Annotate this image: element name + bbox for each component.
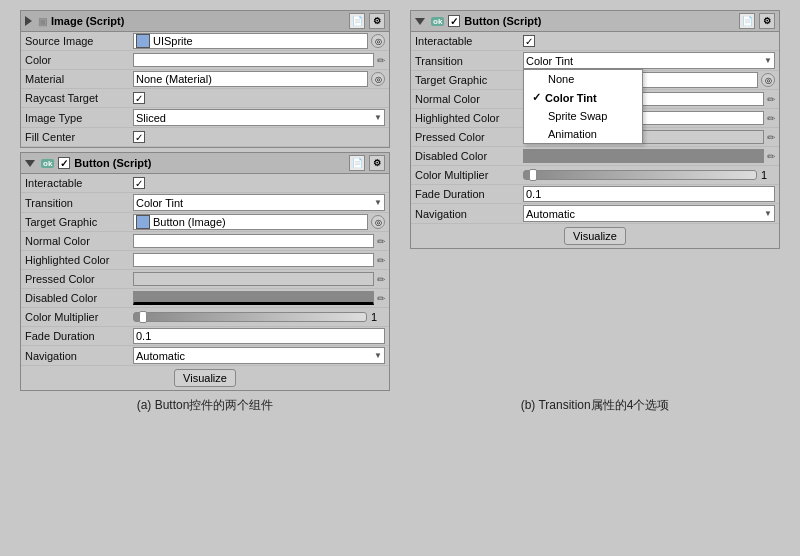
right-ok-badge: ok: [431, 17, 444, 26]
right-navigation-label: Navigation: [415, 208, 523, 220]
collapse-triangle-btn[interactable]: [25, 160, 35, 167]
right-btn-gear-icon[interactable]: ⚙: [759, 13, 775, 29]
navigation-dropdown[interactable]: Automatic ▼: [133, 347, 385, 364]
highlighted-color-swatch[interactable]: [133, 253, 374, 267]
interactable-checkbox[interactable]: [133, 177, 145, 189]
left-button-script-title: Button (Script): [74, 157, 151, 169]
visualize-button[interactable]: Visualize: [174, 369, 236, 387]
pressed-pencil-icon[interactable]: ✏: [377, 274, 385, 285]
btn-gear-icon[interactable]: ⚙: [369, 155, 385, 171]
visualize-row: Visualize: [21, 366, 389, 390]
target-graphic-field[interactable]: Button (Image): [133, 214, 368, 230]
menu-item-sprite-swap[interactable]: Sprite Swap: [524, 107, 642, 125]
right-disabled-pencil[interactable]: ✏: [767, 151, 775, 162]
right-highlighted-pencil[interactable]: ✏: [767, 113, 775, 124]
ok-badge: ok: [41, 159, 54, 168]
right-btn-doc-icon[interactable]: 📄: [739, 13, 755, 29]
right-transition-dropdown[interactable]: Color Tint ▼: [523, 52, 775, 69]
fill-center-checkbox[interactable]: [133, 131, 145, 143]
right-interactable-checkbox[interactable]: [523, 35, 535, 47]
right-disabled-color-label: Disabled Color: [415, 150, 523, 162]
menu-item-color-tint[interactable]: ✓ Color Tint: [524, 88, 642, 107]
right-pressed-color-label: Pressed Color: [415, 131, 523, 143]
btn-enable-checkbox[interactable]: [58, 157, 70, 169]
collapse-triangle-img[interactable]: [25, 16, 32, 26]
fade-duration-field[interactable]: 0.1: [133, 328, 385, 344]
right-fade-duration-field[interactable]: 0.1: [523, 186, 775, 202]
right-navigation-dropdown[interactable]: Automatic ▼: [523, 205, 775, 222]
right-color-multiplier-label: Color Multiplier: [415, 169, 523, 181]
right-interactable-row: Interactable: [411, 32, 779, 51]
pressed-color-swatch[interactable]: [133, 272, 374, 286]
right-collapse-triangle[interactable]: [415, 18, 425, 25]
color-multiplier-slider[interactable]: 1: [133, 311, 385, 323]
image-type-row: Image Type Sliced ▼: [21, 108, 389, 128]
transition-dropdown[interactable]: Color Tint ▼: [133, 194, 385, 211]
right-panel: ok Button (Script) 📄 ⚙ Interactable Tran…: [410, 10, 780, 391]
source-image-target-btn[interactable]: ◎: [371, 34, 385, 48]
right-transition-row: Transition Color Tint ▼ None ✓: [411, 51, 779, 71]
menu-item-none[interactable]: None: [524, 70, 642, 88]
sprite-thumb: [136, 34, 150, 48]
right-transition-arrow: ▼: [764, 56, 772, 65]
normal-pencil-icon[interactable]: ✏: [377, 236, 385, 247]
color-pencil-icon[interactable]: ✏: [377, 55, 385, 66]
navigation-label: Navigation: [25, 350, 133, 362]
navigation-row: Navigation Automatic ▼: [21, 346, 389, 366]
source-image-value: UISprite: [153, 35, 193, 47]
right-fade-duration-row: Fade Duration 0.1: [411, 185, 779, 204]
normal-color-row: Normal Color ✏: [21, 232, 389, 251]
right-btn-enable-checkbox[interactable]: [448, 15, 460, 27]
right-navigation-value: Automatic: [526, 208, 575, 220]
right-normal-pencil[interactable]: ✏: [767, 94, 775, 105]
target-graphic-label: Target Graphic: [25, 216, 133, 228]
fill-center-row: Fill Center: [21, 128, 389, 147]
disabled-pencil-icon[interactable]: ✏: [377, 293, 385, 304]
right-disabled-color-swatch[interactable]: [523, 149, 764, 163]
color-tint-check: ✓: [532, 91, 541, 104]
image-gear-icon[interactable]: ⚙: [369, 13, 385, 29]
disabled-color-swatch[interactable]: [133, 291, 374, 305]
image-type-value: Sliced: [136, 112, 166, 124]
btn-doc-icon[interactable]: 📄: [349, 155, 365, 171]
image-doc-icon[interactable]: 📄: [349, 13, 365, 29]
right-visualize-button[interactable]: Visualize: [564, 227, 626, 245]
right-color-multiplier-value: 1: [761, 169, 775, 181]
normal-color-swatch[interactable]: [133, 234, 374, 248]
color-swatch[interactable]: [133, 53, 374, 67]
color-label: Color: [25, 54, 133, 66]
raycast-row: Raycast Target: [21, 89, 389, 108]
pressed-color-label: Pressed Color: [25, 273, 133, 285]
source-image-field[interactable]: UISprite: [133, 33, 368, 49]
highlighted-pencil-icon[interactable]: ✏: [377, 255, 385, 266]
none-label: None: [548, 73, 574, 85]
image-type-dropdown[interactable]: Sliced ▼: [133, 109, 385, 126]
right-fade-duration-label: Fade Duration: [415, 188, 523, 200]
highlighted-color-row: Highlighted Color ✏: [21, 251, 389, 270]
right-navigation-row: Navigation Automatic ▼: [411, 204, 779, 224]
material-target-btn[interactable]: ◎: [371, 72, 385, 86]
source-image-row: Source Image UISprite ◎: [21, 32, 389, 51]
right-disabled-color-row: Disabled Color ✏: [411, 147, 779, 166]
sprite-swap-label: Sprite Swap: [548, 110, 607, 122]
color-multiplier-value: 1: [371, 311, 385, 323]
material-row: Material None (Material) ◎: [21, 70, 389, 89]
right-button-script-component: ok Button (Script) 📄 ⚙ Interactable Tran…: [410, 10, 780, 249]
right-button-script-header: ok Button (Script) 📄 ⚙: [411, 11, 779, 32]
right-caption: (b) Transition属性的4个选项: [410, 397, 780, 414]
left-caption: (a) Button控件的两个组件: [20, 397, 390, 414]
fade-duration-label: Fade Duration: [25, 330, 133, 342]
right-transition-label: Transition: [415, 55, 523, 67]
raycast-checkbox[interactable]: [133, 92, 145, 104]
material-field[interactable]: None (Material): [133, 71, 368, 87]
disabled-color-label: Disabled Color: [25, 292, 133, 304]
right-color-multiplier-slider[interactable]: 1: [523, 169, 775, 181]
right-pressed-pencil[interactable]: ✏: [767, 132, 775, 143]
image-script-component: ▣ Image (Script) 📄 ⚙ Source Image UISpri…: [20, 10, 390, 148]
right-button-script-title: Button (Script): [464, 15, 541, 27]
right-target-btn[interactable]: ◎: [761, 73, 775, 87]
raycast-label: Raycast Target: [25, 92, 133, 104]
menu-item-animation[interactable]: Animation: [524, 125, 642, 143]
source-image-label: Source Image: [25, 35, 133, 47]
target-graphic-btn[interactable]: ◎: [371, 215, 385, 229]
